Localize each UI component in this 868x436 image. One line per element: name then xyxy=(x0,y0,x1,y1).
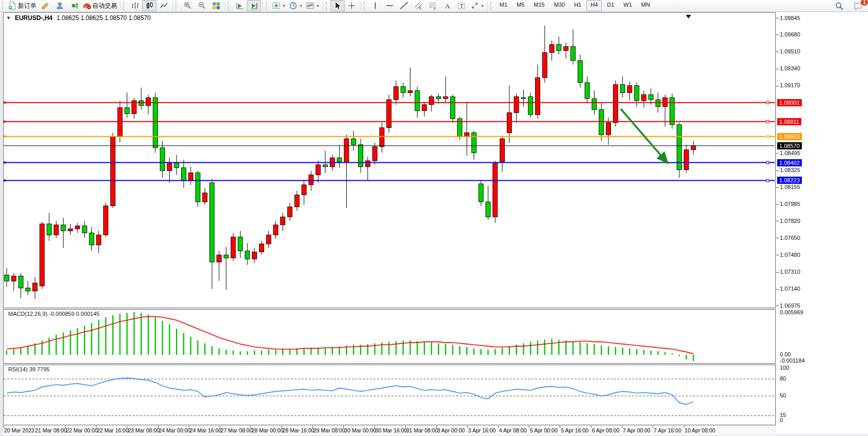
trendline-button[interactable] xyxy=(397,0,411,11)
bar-chart-button[interactable] xyxy=(128,0,142,11)
tile-windows-button[interactable] xyxy=(209,0,223,11)
indicators-button[interactable]: ▼ xyxy=(270,0,287,11)
new-order-button[interactable]: 新订单 xyxy=(7,0,38,11)
price-tag-1.08811: 1.08811 xyxy=(777,118,801,125)
mt4-terminal: { "toolbar": { "new_order_label": "新订单",… xyxy=(0,0,868,436)
vline-button[interactable] xyxy=(368,0,383,11)
toolbar-grip xyxy=(2,2,6,10)
time-axis[interactable]: 20 Mar 202321 Mar 08:0022 Mar 00:0022 Ma… xyxy=(3,426,776,435)
price-tag-1.09001: 1.09001 xyxy=(777,99,802,106)
autotrading-button[interactable]: 自动交易 xyxy=(81,0,119,11)
timeframe-H1-button[interactable]: H1 xyxy=(570,0,585,11)
toolbar-separator xyxy=(225,2,225,10)
time-tick xyxy=(498,426,499,428)
label-button[interactable]: T xyxy=(455,0,469,11)
time-tick xyxy=(374,426,375,428)
toolbar-grip xyxy=(326,2,329,10)
price-tick-label: 1.09845 xyxy=(780,15,800,21)
templates-button[interactable]: ▼ xyxy=(304,0,321,11)
timeframe-W1-button[interactable]: W1 xyxy=(619,0,636,11)
timeframe-M30-button[interactable]: M30 xyxy=(550,0,569,11)
time-tick xyxy=(436,426,437,428)
rsi-axis-label: 100 xyxy=(780,365,789,371)
time-label: 7 Apr 00:00 xyxy=(623,427,650,433)
arrows-button[interactable]: ▼ xyxy=(469,0,486,11)
fibo-button[interactable]: F xyxy=(426,0,440,11)
time-tick xyxy=(684,426,684,428)
price-tick-label: 1.07985 xyxy=(780,201,800,207)
time-tick xyxy=(467,426,468,428)
macd-axis-label: 0.00 xyxy=(780,351,791,357)
time-tick xyxy=(529,426,529,428)
template-icon xyxy=(306,2,314,10)
price-axis[interactable]: 1.098451.096801.095101.093401.091701.084… xyxy=(776,12,868,434)
time-tick xyxy=(622,426,622,428)
svg-text:T: T xyxy=(460,3,464,9)
notifications-button[interactable]: 1 xyxy=(851,1,865,12)
price-tag-1.08570: 1.08570 xyxy=(777,142,802,149)
price-tick xyxy=(776,153,779,154)
hline-button[interactable] xyxy=(383,0,397,11)
trend-arrow[interactable] xyxy=(621,109,667,162)
clock-icon xyxy=(289,2,298,10)
macd-signal-line xyxy=(7,316,694,353)
macd-axis-label: 0.005969 xyxy=(780,309,803,315)
chart-shift-button[interactable] xyxy=(232,0,247,11)
periods-button[interactable]: ▼ xyxy=(287,0,304,11)
styles-button[interactable] xyxy=(38,0,52,11)
time-tick xyxy=(653,426,653,428)
time-tick xyxy=(127,426,127,428)
chart-shift-marker[interactable] xyxy=(686,15,691,18)
alerts-button[interactable] xyxy=(67,0,81,11)
rsi-axis-label: 50 xyxy=(780,392,786,399)
macd-panel[interactable] xyxy=(3,309,776,364)
text-button[interactable]: A xyxy=(440,0,455,11)
time-label: 22 Mar 16:00 xyxy=(97,427,129,433)
hline-icon xyxy=(385,2,394,10)
profile-icon xyxy=(55,2,64,10)
zoom-in-button[interactable] xyxy=(180,0,194,11)
one-click-trading-toggle[interactable]: ▼ xyxy=(6,15,11,21)
channel-button[interactable]: E xyxy=(411,0,426,11)
macd-axis-label: -0.001184 xyxy=(780,357,805,364)
price-tick xyxy=(776,69,779,69)
time-label: 20 Mar 2023 xyxy=(4,427,34,433)
chart-quotes: 1.08625 1.08625 1.08570 1.08570 xyxy=(56,14,151,22)
rsi-line xyxy=(7,378,694,405)
price-tick-label: 1.07480 xyxy=(780,252,800,258)
main-chart-panel[interactable] xyxy=(3,12,776,308)
toolbar-separator xyxy=(172,2,173,10)
timeframe-M15-button[interactable]: M15 xyxy=(529,0,548,11)
svg-text:F: F xyxy=(434,7,436,10)
price-tick xyxy=(776,18,779,18)
candles-icon xyxy=(145,2,154,10)
profile-button[interactable] xyxy=(52,0,67,11)
rsi-axis-label: 80 xyxy=(780,375,786,382)
timeframe-M5-button[interactable]: M5 xyxy=(512,0,528,11)
timeframe-M1-button[interactable]: M1 xyxy=(496,0,511,11)
price-tick-label: 1.09340 xyxy=(780,65,800,71)
crosshair-button[interactable] xyxy=(345,0,359,11)
line-chart-button[interactable] xyxy=(156,0,171,11)
candle-chart-button[interactable] xyxy=(142,0,156,11)
cursor-button[interactable] xyxy=(330,0,345,11)
time-label: 24 Mar 16:00 xyxy=(190,427,222,433)
text-a-icon: A xyxy=(443,2,451,10)
time-label: 28 Mar 00:00 xyxy=(251,427,283,433)
linechart-icon xyxy=(160,2,168,10)
time-tick xyxy=(250,426,251,428)
new-order-button-label: 新订单 xyxy=(18,2,36,10)
zoom-out-button[interactable] xyxy=(194,0,209,11)
toolbar-grip xyxy=(266,2,269,10)
timeframe-MN-button[interactable]: MN xyxy=(637,0,654,11)
price-tick-label: 1.08325 xyxy=(780,167,800,173)
auto-scroll-button[interactable] xyxy=(247,0,261,11)
time-tick xyxy=(189,426,189,428)
timeframe-D1-button[interactable]: D1 xyxy=(603,0,618,11)
rsi-panel[interactable] xyxy=(3,365,776,425)
candlestick-chart[interactable] xyxy=(4,13,775,308)
timeframe-H4-button[interactable]: H4 xyxy=(586,0,602,11)
search-button[interactable] xyxy=(832,1,846,12)
chart-header: ▼ EURUSD-,H4 1.08625 1.08625 1.08570 1.0… xyxy=(6,14,151,22)
toolbar-grip xyxy=(490,2,494,10)
